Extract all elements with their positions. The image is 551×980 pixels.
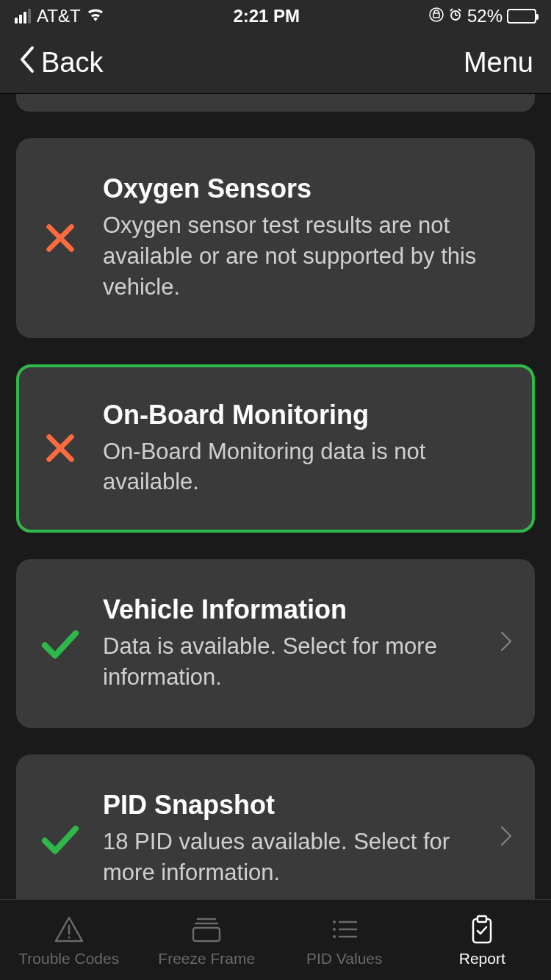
menu-label: Menu — [464, 47, 533, 78]
orientation-lock-icon — [429, 6, 444, 26]
tab-label: Report — [459, 950, 505, 968]
stack-icon — [189, 913, 224, 945]
wifi-icon — [87, 7, 104, 26]
card-title: Oxygen Sensors — [103, 173, 513, 204]
tab-label: PID Values — [306, 950, 383, 968]
svg-point-13 — [333, 928, 336, 931]
tab-label: Trouble Codes — [18, 950, 119, 968]
tab-bar: Trouble Codes Freeze Frame PID Values Re… — [0, 899, 551, 980]
tab-report[interactable]: Report — [414, 900, 552, 980]
menu-button[interactable]: Menu — [464, 47, 533, 79]
status-left: AT&T — [15, 6, 104, 26]
card-pid-snapshot[interactable]: PID Snapshot 18 PID values available. Se… — [16, 754, 535, 899]
x-icon — [38, 431, 82, 465]
card-desc: 18 PID values available. Select for more… — [103, 826, 479, 888]
x-icon — [38, 221, 82, 255]
card-desc: Oxygen sensor test results are not avail… — [103, 210, 513, 303]
check-icon — [38, 818, 82, 860]
card-desc: On-Board Monitoring data is not availabl… — [103, 436, 513, 498]
nav-bar: Back Menu — [0, 32, 551, 94]
card-title: On-Board Monitoring — [103, 400, 513, 430]
back-label: Back — [41, 47, 103, 79]
content-area[interactable]: Oxygen Sensors Oxygen sensor test result… — [0, 94, 551, 899]
battery-percent: 52% — [467, 6, 503, 26]
signal-icon — [15, 9, 31, 24]
partial-card-top — [16, 94, 535, 112]
battery-icon — [507, 9, 536, 24]
status-time: 2:21 PM — [233, 6, 300, 26]
list-icon — [328, 913, 361, 945]
tab-label: Freeze Frame — [158, 950, 255, 968]
card-vehicle-information[interactable]: Vehicle Information Data is available. S… — [16, 559, 535, 728]
status-bar: AT&T 2:21 PM 52% — [0, 0, 551, 32]
check-icon — [38, 623, 82, 664]
back-button[interactable]: Back — [18, 45, 103, 82]
chevron-right-icon — [500, 825, 513, 852]
status-right: 52% — [429, 6, 536, 26]
svg-line-4 — [450, 9, 453, 11]
svg-rect-10 — [193, 928, 220, 941]
card-desc: Data is available. Select for more infor… — [103, 631, 479, 693]
tab-trouble-codes[interactable]: Trouble Codes — [0, 900, 138, 980]
alarm-icon — [448, 6, 463, 26]
svg-point-15 — [333, 935, 336, 938]
chevron-left-icon — [18, 45, 35, 82]
warning-triangle-icon — [53, 913, 85, 945]
card-title: PID Snapshot — [103, 790, 479, 821]
card-title: Vehicle Information — [103, 594, 479, 625]
card-oxygen-sensors[interactable]: Oxygen Sensors Oxygen sensor test result… — [16, 138, 535, 338]
tab-freeze-frame[interactable]: Freeze Frame — [138, 900, 276, 980]
chevron-right-icon — [500, 630, 513, 657]
svg-line-5 — [458, 9, 461, 11]
card-onboard-monitoring[interactable]: On-Board Monitoring On-Board Monitoring … — [16, 364, 535, 533]
clipboard-check-icon — [467, 913, 497, 945]
carrier-label: AT&T — [37, 6, 81, 26]
svg-point-7 — [68, 936, 70, 938]
tab-pid-values[interactable]: PID Values — [276, 900, 414, 980]
svg-point-11 — [333, 920, 336, 923]
svg-rect-18 — [478, 916, 486, 922]
